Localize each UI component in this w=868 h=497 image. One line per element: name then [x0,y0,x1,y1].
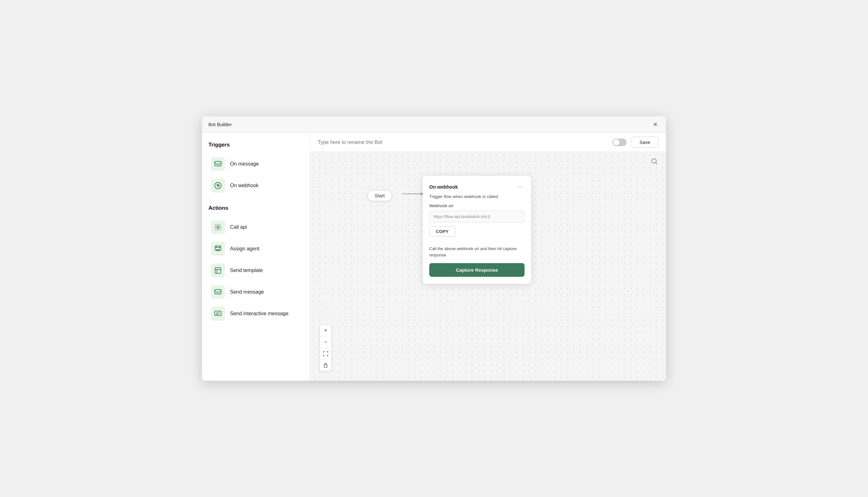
sidebar-item-assign-agent[interactable]: Assign agent [208,239,303,259]
canvas-toolbar: Save [310,133,666,152]
bot-builder-window: Bot Builder ✕ Triggers On message [202,116,666,381]
svg-rect-8 [324,365,327,367]
actions-section-title: Actions [208,205,303,211]
webhook-url-label: Webhook url [429,203,524,208]
close-button[interactable]: ✕ [651,120,660,129]
card-menu-button[interactable]: ⋯ [516,182,524,191]
toolbar-right: Save [612,137,658,148]
canvas-area: Save Start On w [310,133,666,381]
webhook-icon [211,179,225,193]
sidebar: Triggers On message [202,133,310,381]
copy-button[interactable]: COPY [429,226,455,237]
flow-connector [402,194,421,194]
lock-button[interactable] [320,359,331,371]
agent-icon [211,242,225,256]
sidebar-item-on-webhook[interactable]: On webhook [208,175,303,196]
titlebar: Bot Builder ✕ [202,116,666,133]
zoom-controls: + − [320,325,332,371]
save-button[interactable]: Save [632,137,658,148]
webhook-url-input[interactable] [429,211,524,223]
svg-point-2 [217,226,219,228]
template-icon [211,264,225,278]
sidebar-item-call-api[interactable]: Call api [208,217,303,237]
flow-start-node: Start [367,190,392,201]
send-message-icon [211,285,225,299]
triggers-section-title: Triggers [208,142,303,148]
sidebar-item-call-api-label: Call api [230,224,247,230]
sidebar-item-assign-agent-label: Assign agent [230,246,260,252]
svg-rect-0 [215,161,221,166]
webhook-card: On webhook ⋯ Trigger flow when webhook i… [423,176,531,284]
svg-rect-4 [215,268,221,273]
card-header: On webhook ⋯ [429,182,524,191]
search-icon[interactable] [649,156,660,167]
capture-response-button[interactable]: Capture Response [429,263,524,277]
window-title: Bot Builder [208,122,232,127]
sidebar-item-send-interactive[interactable]: Send interactive message [208,303,303,324]
sidebar-item-send-template-label: Send template [230,268,263,273]
card-subtitle: Trigger flow when webhook is called [429,194,524,199]
card-helper-text: Call the above webhook url and then hit … [429,246,524,258]
api-icon [211,220,225,234]
toggle-switch[interactable] [612,139,626,146]
sidebar-item-on-message[interactable]: On message [208,154,303,174]
interactive-icon [211,307,225,321]
svg-rect-5 [215,289,221,294]
svg-rect-3 [215,246,221,251]
sidebar-item-send-message[interactable]: Send message [208,282,303,302]
message-icon [211,157,225,171]
sidebar-item-on-webhook-label: On webhook [230,183,259,188]
zoom-fit-button[interactable] [320,348,331,359]
sidebar-item-on-message-label: On message [230,161,259,167]
svg-point-1 [218,185,219,186]
zoom-in-button[interactable]: + [320,325,331,337]
card-title: On webhook [429,184,458,189]
zoom-out-button[interactable]: − [320,337,331,348]
main-content: Triggers On message [202,133,666,381]
sidebar-item-send-message-label: Send message [230,289,264,295]
sidebar-item-send-template[interactable]: Send template [208,260,303,281]
bot-name-input[interactable] [318,140,612,145]
sidebar-item-send-interactive-label: Send interactive message [230,311,289,316]
svg-point-7 [652,159,656,164]
section-divider [208,199,303,199]
canvas-dots[interactable]: Start On webhook ⋯ Trigger flow when web… [310,152,666,381]
